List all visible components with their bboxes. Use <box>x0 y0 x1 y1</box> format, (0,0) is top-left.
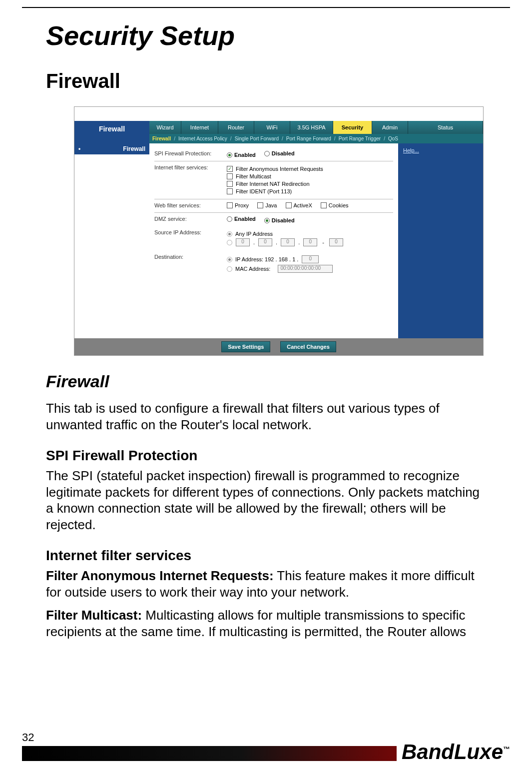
spi-disabled-radio[interactable] <box>264 151 270 156</box>
subtab-prf[interactable]: Port Range Forward <box>286 136 331 141</box>
dst-ip-last[interactable]: 0 <box>302 255 319 263</box>
spi-heading: SPI Firewall Protection <box>46 448 486 464</box>
main-tab-row: Wizard Internet Router WiFi 3.5G HSPA Se… <box>149 121 483 134</box>
subtab-sep: / <box>334 136 336 141</box>
spi-label: SPI Firewall Protection: <box>154 150 227 158</box>
main-form: SPI Firewall Protection: Enabled Disable… <box>149 143 398 338</box>
subtab-sep: / <box>384 136 385 141</box>
ifs-ident-label: Filter IDENT (Port 113) <box>236 188 292 194</box>
src-ip-oct4[interactable]: 0 <box>303 238 317 246</box>
ifs-para-1: Filter Anonymous Internet Requests: This… <box>46 568 486 600</box>
spi-enabled-radio[interactable] <box>227 152 232 158</box>
ifs-nat-checkbox[interactable] <box>227 181 233 187</box>
screenshot-body: • Firewall SPI Firewall Protection: Enab… <box>74 143 483 338</box>
tab-admin[interactable]: Admin <box>372 121 408 134</box>
ifs-anon-checkbox[interactable] <box>227 166 233 172</box>
left-sidebar: • Firewall <box>74 143 149 338</box>
screenshot-header: Firewall Wizard Internet Router WiFi 3.5… <box>74 121 483 143</box>
router-admin-screenshot: Firewall Wizard Internet Router WiFi 3.5… <box>74 106 484 356</box>
dmz-label: DMZ service: <box>154 216 227 223</box>
dmz-enabled-radio[interactable] <box>227 216 232 222</box>
subtab-firewall[interactable]: Firewall <box>152 136 171 141</box>
dst-ip-prefix: IP Address: 192 . 168 . 1 . <box>235 256 298 262</box>
dmz-disabled-radio[interactable] <box>264 218 270 223</box>
subtab-spf[interactable]: Single Port Forward <box>235 136 279 141</box>
wfs-proxy-label: Proxy <box>235 202 249 208</box>
brand-text: BandLuxe <box>402 740 503 764</box>
subtab-sep: / <box>230 136 232 141</box>
subtab-qos[interactable]: QoS <box>388 136 398 141</box>
src-ip-oct3[interactable]: 0 <box>281 238 295 246</box>
row-wfs: Web filter services: Proxy Java ActiveX … <box>154 199 393 213</box>
subsection-heading: Firewall <box>46 372 486 391</box>
ifs-ident-checkbox[interactable] <box>227 188 233 194</box>
header-module-title: Firewall <box>74 121 149 143</box>
help-link[interactable]: Help... <box>403 147 419 153</box>
ifs-p1-lead: Filter Anonymous Internet Requests: <box>46 568 274 583</box>
spi-enabled-label: Enabled <box>234 152 256 158</box>
sidebar-item-label: Firewall <box>123 145 145 152</box>
wfs-activex-checkbox[interactable] <box>286 202 292 208</box>
row-ifs: Internet filter services: Filter Anonymo… <box>154 161 393 199</box>
save-button[interactable]: Save Settings <box>221 341 270 352</box>
brand-tm: ™ <box>503 745 510 753</box>
src-any-label: Any IP Address <box>235 231 273 237</box>
dst-label: Destination: <box>154 254 227 274</box>
intro-paragraph: This tab is used to configure a firewall… <box>46 400 486 433</box>
page-number: 32 <box>22 731 34 744</box>
dst-mac-input[interactable]: 00:00:00:00:00:00 <box>278 265 333 273</box>
row-spi: SPI Firewall Protection: Enabled Disable… <box>154 147 393 161</box>
brand-logo: BandLuxe™ <box>397 740 510 764</box>
wfs-proxy-checkbox[interactable] <box>227 202 233 208</box>
row-src-ip: Source IP Address: Any IP Address 0. 0. … <box>154 226 393 251</box>
dst-mac-radio[interactable] <box>227 266 232 272</box>
page-footer: 32 BandLuxe™ <box>0 725 532 768</box>
subtab-prt[interactable]: Port Range Trigger <box>339 136 381 141</box>
ifs-multicast-checkbox[interactable] <box>227 173 233 179</box>
dmz-disabled-label: Disabled <box>272 217 295 223</box>
screenshot-top-margin <box>74 107 483 121</box>
section-heading: Firewall <box>46 70 486 92</box>
src-ip-oct2[interactable]: 0 <box>258 238 272 246</box>
page-title: Security Setup <box>46 20 486 51</box>
dst-mac-label: MAC Address: <box>235 266 270 272</box>
src-ip-oct5[interactable]: 0 <box>329 238 343 246</box>
cancel-button[interactable]: Cancel Changes <box>280 341 336 352</box>
tab-status[interactable]: Status <box>408 121 483 134</box>
tab-internet[interactable]: Internet <box>181 121 218 134</box>
wfs-cookies-checkbox[interactable] <box>321 202 327 208</box>
spi-paragraph: The SPI (stateful packet inspection) fir… <box>46 468 486 533</box>
tab-wizard[interactable]: Wizard <box>149 121 181 134</box>
ifs-anon-label: Filter Anonymous Internet Requests <box>236 166 323 172</box>
wfs-cookies-label: Cookies <box>329 202 349 208</box>
subtab-iap[interactable]: Internet Access Policy <box>178 136 227 141</box>
wfs-activex-label: ActiveX <box>294 202 312 208</box>
dmz-enabled-label: Enabled <box>234 216 256 222</box>
row-destination: Destination: IP Address: 192 . 168 . 1 .… <box>154 251 393 277</box>
src-any-radio[interactable] <box>227 231 232 237</box>
subtab-sep: / <box>174 136 175 141</box>
tab-wifi[interactable]: WiFi <box>254 121 290 134</box>
wfs-java-label: Java <box>265 202 277 208</box>
tab-hspa[interactable]: 3.5G HSPA <box>290 121 333 134</box>
src-ip-label: Source IP Address: <box>154 229 227 248</box>
src-ip-oct1[interactable]: 0 <box>236 238 250 246</box>
tab-router[interactable]: Router <box>218 121 254 134</box>
tab-security[interactable]: Security <box>333 121 372 134</box>
help-panel: Help... <box>398 143 483 338</box>
dst-ip-radio[interactable] <box>227 257 232 262</box>
spi-disabled-label: Disabled <box>272 150 295 156</box>
sidebar-item-firewall[interactable]: • Firewall <box>74 143 149 154</box>
row-dmz: DMZ service: Enabled Disabled <box>154 213 393 226</box>
ifs-label: Internet filter services: <box>154 164 227 196</box>
ifs-para-2: Filter Multicast: Multicasting allows fo… <box>46 607 486 640</box>
subtab-sep: / <box>282 136 283 141</box>
sub-tab-row: Firewall / Internet Access Policy / Sing… <box>149 134 483 143</box>
ifs-nat-label: Filter Internet NAT Redirection <box>236 181 310 187</box>
wfs-java-checkbox[interactable] <box>257 202 263 208</box>
ifs-multicast-label: Filter Multicast <box>236 173 271 179</box>
ifs-heading: Internet filter services <box>46 548 486 564</box>
src-range-radio[interactable] <box>227 240 232 245</box>
ifs-p2-lead: Filter Multicast: <box>46 608 142 623</box>
screenshot-footer: Save Settings Cancel Changes <box>74 338 483 355</box>
